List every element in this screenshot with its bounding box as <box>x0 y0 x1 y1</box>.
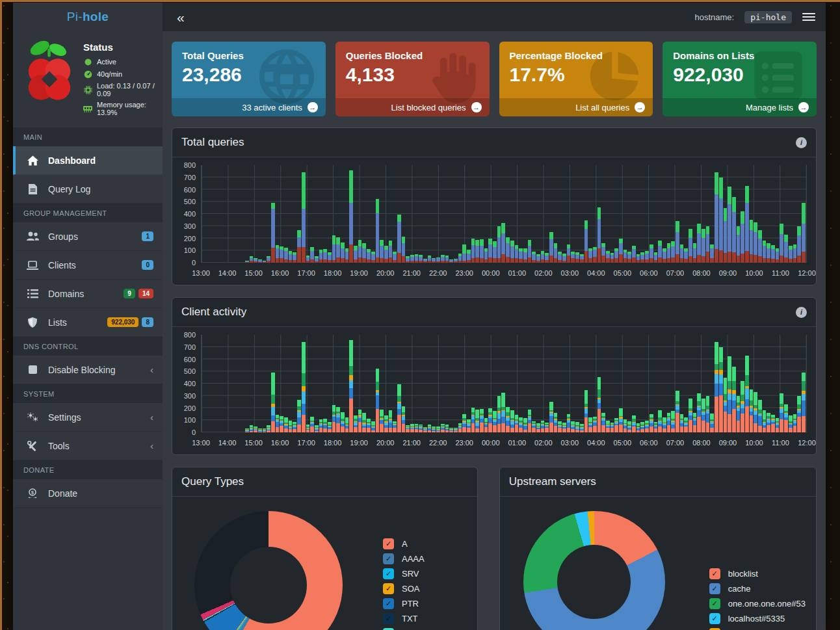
client-activity-chart[interactable]: 800700600500400300200100013:0014:0015:00… <box>172 327 816 454</box>
card-footer-link[interactable]: Manage lists→ <box>663 98 817 116</box>
status-row: Active <box>83 57 157 66</box>
stacked-bar <box>493 411 497 432</box>
gears-icon <box>26 412 39 422</box>
stacked-bar <box>706 226 710 263</box>
legend-item-aaaa[interactable]: ✓AAAA <box>383 553 430 564</box>
legend-item-srv[interactable]: ✓SRV <box>383 568 430 579</box>
stacked-bar <box>575 252 579 263</box>
stacked-bar <box>345 248 349 263</box>
upstream-servers-donut-chart[interactable] <box>523 511 665 630</box>
stacked-bar <box>658 241 662 263</box>
info-icon[interactable]: i <box>796 137 807 148</box>
legend-item-a[interactable]: ✓A <box>383 538 430 549</box>
brand-suffix: hole <box>83 10 109 24</box>
card-value: 23,286 <box>172 62 326 87</box>
stacked-bar <box>567 414 571 432</box>
legend-checkbox[interactable]: ✓ <box>709 583 720 594</box>
brand-logo[interactable]: Pi-hole <box>13 3 163 31</box>
stacked-bar <box>397 384 401 432</box>
sidebar-item-tools[interactable]: Tools‹ <box>13 432 163 460</box>
stacked-bar <box>297 230 301 263</box>
sidebar-item-disable-blocking[interactable]: Disable Blocking‹ <box>13 356 163 384</box>
stacked-bar <box>362 413 366 432</box>
total-queries-chart[interactable]: 800700600500400300200100013:0014:0015:00… <box>172 157 816 285</box>
legend-checkbox[interactable]: ✓ <box>383 538 394 549</box>
x-tick-label: 01:00 <box>508 439 526 447</box>
sidebar-item-label: Clients <box>48 260 142 270</box>
query-types-donut-chart[interactable] <box>194 511 343 630</box>
sidebar-item-clients[interactable]: Clients0 <box>13 251 163 280</box>
stacked-bar <box>728 187 731 263</box>
y-tick-label: 300 <box>184 392 196 400</box>
stacked-bar <box>271 373 275 432</box>
stacked-bar <box>745 356 749 432</box>
sidebar-item-dashboard[interactable]: Dashboard <box>13 146 163 175</box>
legend-checkbox[interactable]: ✓ <box>383 553 394 564</box>
stacked-bar <box>436 427 440 432</box>
legend-checkbox[interactable]: ✓ <box>709 598 720 609</box>
legend-checkbox[interactable]: ✓ <box>383 568 394 579</box>
stacked-bar <box>345 417 349 432</box>
sidebar-item-domains[interactable]: Domains914 <box>13 280 163 308</box>
info-icon[interactable]: i <box>796 307 807 318</box>
stacked-bar <box>702 399 705 432</box>
x-tick-label: 05:00 <box>614 269 632 277</box>
sidebar-item-groups[interactable]: Groups1 <box>13 222 163 251</box>
sidebar-item-label: Domains <box>48 289 124 299</box>
stacked-bar <box>623 419 627 432</box>
stacked-bar <box>575 422 579 432</box>
chevron-left-icon: ‹ <box>150 364 153 375</box>
legend-item-localhost-5335[interactable]: ✓localhost#5335 <box>709 613 806 624</box>
legend-checkbox[interactable]: ✓ <box>383 598 394 609</box>
x-tick-label: 06:00 <box>640 269 658 277</box>
stacked-bar <box>254 427 257 432</box>
stacked-bar <box>523 418 527 432</box>
stacked-bar <box>745 186 749 263</box>
stacked-bar <box>650 244 653 263</box>
legend-checkbox[interactable]: ✓ <box>709 568 720 579</box>
legend-checkbox[interactable]: ✓ <box>709 613 720 624</box>
stacked-bar <box>354 415 358 432</box>
legend-checkbox[interactable]: ✓ <box>383 583 394 594</box>
x-tick-label: 19:00 <box>350 439 368 447</box>
sidebar-item-settings[interactable]: Settings‹ <box>13 403 163 432</box>
card-footer-link[interactable]: List blocked queries→ <box>335 98 490 116</box>
stacked-bar <box>428 256 432 263</box>
sidebar-collapse-icon[interactable]: « <box>173 10 189 24</box>
card-footer-link[interactable]: 33 active clients→ <box>172 98 326 116</box>
y-tick-label: 0 <box>192 428 196 436</box>
stacked-bar <box>554 243 558 263</box>
sidebar-item-donate[interactable]: $Donate <box>13 479 163 508</box>
legend-item-blocklist[interactable]: ✓blocklist <box>709 568 806 579</box>
stacked-bar <box>706 396 710 432</box>
legend-item-soa[interactable]: ✓SOA <box>383 583 430 594</box>
card-footer-link[interactable]: List all queries→ <box>499 98 653 116</box>
stacked-bar <box>645 421 649 432</box>
sidebar-item-lists[interactable]: Lists922,0308 <box>13 308 163 337</box>
stacked-bar <box>523 248 527 263</box>
gauge-icon <box>83 70 92 79</box>
stacked-bar <box>302 342 306 432</box>
legend-item-txt[interactable]: ✓TXT <box>383 613 430 624</box>
legend-item-cache[interactable]: ✓cache <box>709 583 806 594</box>
stacked-bar <box>693 243 697 263</box>
query-types-legend: ✓A✓AAAA✓SRV✓SOA✓PTR✓TXT✓NAPTR✓SVCB <box>383 538 430 630</box>
stacked-bar <box>245 428 249 432</box>
stacked-bar <box>293 422 296 432</box>
y-tick-label: 0 <box>192 259 196 267</box>
legend-checkbox[interactable]: ✓ <box>383 613 394 624</box>
legend-item-ptr[interactable]: ✓PTR <box>383 598 430 609</box>
x-tick-label: 07:00 <box>666 439 685 447</box>
stacked-bar <box>280 246 283 263</box>
stacked-bar <box>554 413 558 432</box>
legend-item-one-one-one-one-53[interactable]: ✓one.one.one.one#53 <box>709 598 806 609</box>
chevron-left-icon: ‹ <box>150 440 153 451</box>
stacked-bar <box>663 417 666 432</box>
cpu-icon <box>83 85 92 94</box>
stacked-bar <box>328 252 332 263</box>
sidebar-item-query-log[interactable]: Query Log <box>13 175 163 203</box>
stacked-bar <box>758 230 762 263</box>
stacked-bar <box>528 240 532 263</box>
stacked-bar <box>462 244 466 263</box>
hamburger-menu-icon[interactable] <box>802 9 815 25</box>
